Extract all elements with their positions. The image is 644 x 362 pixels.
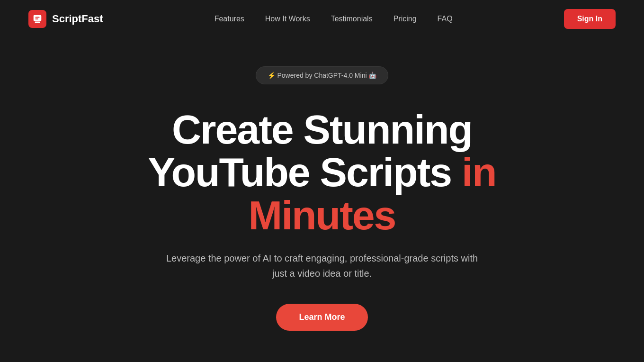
hero-heading-line2-red: in (462, 149, 496, 195)
brand-name: ScriptFast (52, 13, 103, 25)
hero-heading-line1: Create Stunning (172, 107, 472, 152)
svg-rect-1 (35, 22, 40, 23)
sign-in-button[interactable]: Sign In (564, 9, 616, 29)
svg-rect-0 (34, 15, 42, 21)
nav-item-features[interactable]: Features (215, 15, 244, 23)
navbar: ScriptFast Features How It Works Testimo… (0, 0, 644, 38)
hero-section: ⚡ Powered by ChatGPT-4.0 Mini 🤖 Create S… (0, 38, 644, 362)
hero-subtitle: Leverage the power of AI to craft engagi… (166, 251, 478, 281)
nav-links: Features How It Works Testimonials Prici… (215, 15, 453, 23)
hero-heading-line3: Minutes (249, 192, 396, 238)
learn-more-button[interactable]: Learn More (276, 304, 367, 331)
nav-item-faq[interactable]: FAQ (438, 15, 453, 23)
nav-link-features[interactable]: Features (215, 15, 244, 23)
nav-item-testimonials[interactable]: Testimonials (331, 15, 373, 23)
hero-heading-line2-white: YouTube Scripts (148, 149, 452, 195)
nav-link-pricing[interactable]: Pricing (394, 15, 417, 23)
nav-link-testimonials[interactable]: Testimonials (331, 15, 373, 23)
powered-badge: ⚡ Powered by ChatGPT-4.0 Mini 🤖 (256, 66, 389, 84)
svg-rect-3 (35, 18, 38, 19)
nav-link-how-it-works[interactable]: How It Works (265, 15, 310, 23)
hero-heading: Create Stunning YouTube Scripts in Minut… (148, 108, 496, 236)
nav-link-faq[interactable]: FAQ (438, 15, 453, 23)
svg-rect-2 (35, 17, 39, 18)
nav-item-how-it-works[interactable]: How It Works (265, 15, 310, 23)
nav-item-pricing[interactable]: Pricing (394, 15, 417, 23)
brand-logo[interactable]: ScriptFast (28, 10, 103, 28)
logo-icon (28, 10, 46, 28)
